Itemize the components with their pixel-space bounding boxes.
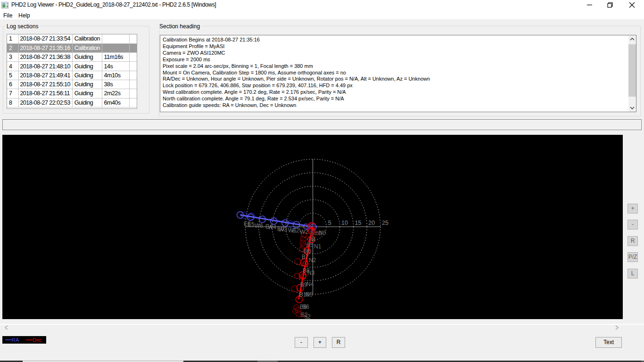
svg-text:E2: E2 [292,227,299,234]
svg-text:RA: RA [12,337,19,343]
svg-text:W2: W2 [300,229,308,235]
svg-text:B7: B7 [302,254,309,260]
svg-text:W3: W3 [279,226,287,233]
svg-text:B6: B6 [300,304,307,310]
svg-text:15: 15 [355,220,362,226]
svg-text:B5: B5 [306,242,314,248]
svg-text:N4: N4 [306,281,314,288]
svg-text:S2: S2 [299,312,306,319]
svg-text:N3: N3 [307,270,315,276]
svg-text:10: 10 [341,220,348,226]
svg-text:W4: W4 [268,224,276,230]
svg-text:N2: N2 [309,257,316,263]
svg-text:N5: N5 [305,291,313,298]
svg-text:N1: N1 [314,243,322,250]
svg-text:5: 5 [328,220,331,226]
svg-text:E5: E5 [248,221,255,228]
svg-text:Dec: Dec [33,337,42,343]
svg-text:B1: B1 [313,230,320,237]
svg-text:25: 25 [382,220,388,226]
svg-text:W6: W6 [255,222,263,229]
svg-text:N0: N0 [319,230,326,236]
svg-text:20: 20 [368,220,375,226]
